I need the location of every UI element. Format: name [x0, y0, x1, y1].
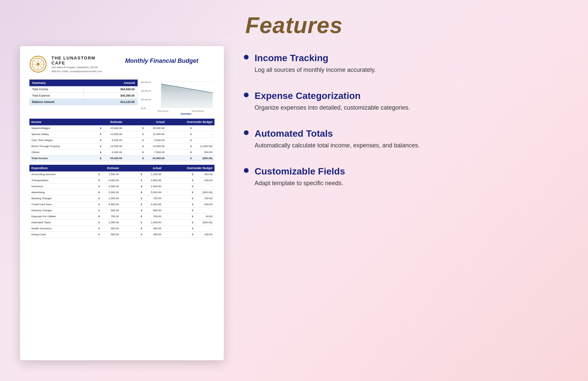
exp-table-row: Estimated Taxes $ 1,000.00 $ 1,500.00 $ …	[29, 220, 214, 226]
exp-estimate-header: Estimate	[79, 165, 121, 171]
exp-estimate: $ 1,000.00	[79, 196, 121, 202]
exp-table-row: Credit Card Fees $ 4,500.00 $ 4,000.00 $…	[29, 202, 214, 208]
doc-header: THE LUNASTORM CAFE 440 Aleka Pl Kapaa, H…	[29, 55, 214, 74]
exp-table-row: Hiring Costs $ 500.00 $ 350.00 $ 150.00	[29, 232, 214, 238]
bullet-dot-customizable-fields	[244, 168, 249, 173]
feature-item-customizable-fields: Customizable Fields Adapt template to sp…	[244, 166, 568, 188]
summary-balance-value: $14,120.00	[84, 99, 138, 105]
summary-section: Summary Amount Total Income $54,500.00 T…	[29, 80, 138, 115]
exp-table-row: Health Insurance $ 300.00 $ 300.00 $ -	[29, 226, 214, 232]
feature-title-customizable-fields: Customizable Fields	[255, 166, 345, 177]
income-item: Others	[29, 149, 82, 155]
income-actual-header: Actual	[124, 119, 167, 125]
feature-content-customizable-fields: Customizable Fields Adapt template to sp…	[255, 166, 345, 188]
exp-over: $ 200.00	[163, 177, 214, 183]
svg-text:$0.00: $0.00	[141, 107, 146, 109]
cafe-address: 440 Aleka Pl Kapaa, Hawaii(HI), 98746	[51, 66, 104, 70]
income-actual: $ 15,000.00	[124, 125, 167, 131]
exp-table-row: Banking Charges $ 1,000.00 $ 750.00 $ 25…	[29, 196, 214, 202]
summary-total-income-value: $54,500.00	[84, 86, 138, 93]
summary-header-summary: Summary	[29, 80, 84, 86]
exp-actual: $ 2,800.00	[121, 177, 163, 183]
exp-estimate: $ 4,500.00	[79, 202, 121, 208]
exp-item: Accounting Services	[29, 171, 79, 177]
svg-text:$60,000.00: $60,000.00	[141, 81, 151, 83]
bullet-dot-expense-categorization	[244, 93, 249, 97]
income-over-header: Over/under Budget	[167, 119, 215, 125]
summary-header-amount: Amount	[84, 80, 138, 86]
exp-over: $ 250.00	[163, 196, 214, 202]
feature-desc-income-tracking: Log all sources of monthly income accura…	[255, 66, 376, 75]
feature-desc-expense-categorization: Organize expenses into detailed, customi…	[255, 103, 410, 112]
exp-actual: $ 1,250.00	[121, 171, 163, 177]
income-over: $ 500.00	[167, 149, 215, 155]
exp-over-header: Over/under Budget	[163, 165, 214, 171]
feature-item-automated-totals: Automated Totals Automatically calculate…	[244, 128, 568, 150]
income-actual: $ 12,500.00	[124, 131, 167, 137]
income-estimate: $ 5,000.00	[82, 137, 124, 143]
income-total-row: Total Income $ 54,000.00 $ 54,500.00 $ (…	[29, 155, 214, 161]
expenditure-table: Expenditure Estimate Actual Over/under B…	[29, 165, 214, 238]
svg-text:$40,000.00: $40,000.00	[141, 90, 151, 92]
svg-text:Total Income: Total Income	[157, 110, 169, 112]
income-col-header: Income	[29, 119, 82, 125]
exp-over: $ (500.00)	[163, 220, 214, 226]
summary-total-expense-value: $40,380.00	[84, 93, 138, 99]
exp-estimate: $ 1,500.00	[79, 171, 121, 177]
feature-content-expense-categorization: Expense Categorization Organize expenses…	[255, 91, 410, 112]
income-over: $ (1,000.00)	[167, 143, 215, 149]
feature-item-expense-categorization: Expense Categorization Organize expenses…	[244, 91, 568, 112]
bullet-dot-automated-totals	[244, 130, 249, 135]
exp-item: Advertising	[29, 189, 79, 196]
exp-table-row: Deposits For Utilities $ 750.00 $ 700.00…	[29, 214, 214, 220]
cafe-name: THE LUNASTORM CAFE	[51, 55, 104, 66]
summary-total-income-label: Total Income	[29, 86, 84, 93]
exp-table-row: Advertising $ 5,000.00 $ 5,500.00 $ (500…	[29, 189, 214, 196]
bullet-dot-income-tracking	[244, 55, 249, 59]
exp-item: Insurance	[29, 183, 79, 189]
exp-item: Estimated Taxes	[29, 220, 79, 226]
exp-estimate: $ 2,000.00	[79, 183, 121, 189]
income-table: Income Estimate Actual Over/under Budget…	[29, 119, 214, 161]
svg-text:Total Expense: Total Expense	[191, 110, 204, 112]
exp-actual: $ 2,000.00	[121, 183, 163, 189]
exp-over: $ 250.00	[163, 171, 214, 177]
exp-estimate: $ 3,000.00	[79, 177, 121, 183]
exp-over: $ 500.00	[163, 202, 214, 208]
exp-actual: $ 5,500.00	[121, 189, 163, 196]
feature-content-income-tracking: Income Tracking Log all sources of month…	[255, 53, 376, 75]
exp-item: Deposits For Utilities	[29, 214, 79, 220]
exp-actual: $ 300.00	[121, 226, 163, 232]
exp-estimate: $ 5,000.00	[79, 189, 121, 196]
income-actual: $ 5,000.00	[124, 137, 167, 143]
income-item: Spouse Salary	[29, 131, 82, 137]
exp-actual-header: Actual	[121, 165, 163, 171]
exp-table-row: Delivery Charges $ 500.00 $ 500.00 $ -	[29, 208, 214, 214]
income-estimate: $ 15,000.00	[82, 125, 124, 131]
income-table-row: Over Time Wages $ 5,000.00 $ 5,000.00 $ …	[29, 137, 214, 143]
feature-title-expense-categorization: Expense Categorization	[255, 91, 410, 101]
doc-main-title: Monthly Financial Budget	[109, 57, 214, 65]
cafe-info: THE LUNASTORM CAFE 440 Aleka Pl Kapaa, H…	[51, 55, 104, 74]
exp-item: Hiring Costs	[29, 232, 79, 238]
exp-over: $ (500.00)	[163, 189, 214, 196]
feature-title-automated-totals: Automated Totals	[255, 128, 420, 139]
exp-table-row: Insurance $ 2,000.00 $ 2,000.00 $ -	[29, 183, 214, 189]
exp-actual: $ 700.00	[121, 214, 163, 220]
exp-item: Health Insurance	[29, 226, 79, 232]
svg-marker-15	[161, 84, 213, 108]
exp-estimate: $ 750.00	[79, 214, 121, 220]
main-layout: THE LUNASTORM CAFE 440 Aleka Pl Kapaa, H…	[0, 46, 588, 360]
summary-balance-label: Balance Amount	[29, 99, 84, 105]
exp-col-header: Expenditure	[29, 165, 79, 171]
exp-estimate: $ 1,000.00	[79, 220, 121, 226]
doc-preview: THE LUNASTORM CAFE 440 Aleka Pl Kapaa, H…	[20, 46, 224, 360]
income-estimate: $ 8,000.00	[82, 149, 124, 155]
income-item: Rents Through Property	[29, 143, 82, 149]
exp-over: $ 150.00	[163, 232, 214, 238]
cafe-logo-icon	[29, 55, 47, 73]
income-table-row: Spouse Salary $ 12,500.00 $ 12,500.00 $ …	[29, 131, 214, 137]
exp-estimate: $ 300.00	[79, 226, 121, 232]
page-title: Features	[0, 0, 588, 46]
income-item: Salaries/Wages	[29, 125, 82, 131]
